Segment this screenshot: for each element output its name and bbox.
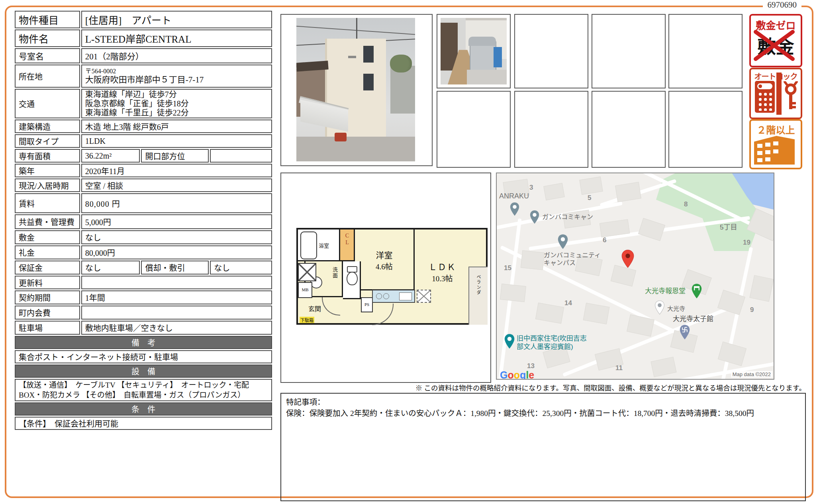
spec-value-built: 2020年11月 xyxy=(81,164,272,177)
building-window xyxy=(773,149,778,153)
fp-veranda-label: ベランダ xyxy=(475,275,482,295)
spec-label-parking: 駐車場 xyxy=(15,321,80,335)
map-building xyxy=(718,341,747,366)
door-arc xyxy=(322,297,340,316)
burner-icon xyxy=(376,293,382,299)
spec-label-layout: 間取タイプ xyxy=(15,134,80,148)
map-pin-temple-hall xyxy=(691,283,702,299)
property-flyer: 6970690 物件種目 [住居用] アパート 物件名 L-STEED岸部CEN… xyxy=(0,0,819,504)
map-building xyxy=(615,182,641,202)
conditions-header: 条 件 xyxy=(15,402,272,416)
photo-thumb-1 xyxy=(437,14,511,88)
map-building xyxy=(535,303,564,324)
fp-bath-label: 浴室 xyxy=(319,241,329,249)
map-label-gamba: ガンバコミキャン xyxy=(542,213,593,221)
building-window xyxy=(765,157,770,161)
spec-value-key-money: 80,000円 xyxy=(81,245,272,259)
special-notes-line: 保険：保険要加入 2年契約・住まいの安心パックＡ：1,980円・鍵交換代：25,… xyxy=(286,408,800,419)
photo-vent xyxy=(348,56,356,58)
intercom-camera-dot xyxy=(758,84,762,88)
spec-value-fee: 5,000円 xyxy=(81,214,272,229)
spec-value-opening xyxy=(210,149,272,163)
postal-code: 〒564-0002 xyxy=(85,68,268,75)
map-attribution: Map data ©2022 xyxy=(731,371,772,378)
map-pin-anraku xyxy=(509,202,520,216)
fp-shoebox-label: 下駄箱 xyxy=(300,317,314,323)
washer-space-icon xyxy=(298,263,316,281)
photo-greenery xyxy=(390,55,412,73)
badge-no-deposit: 敷金ゼロ 敷金 xyxy=(749,14,802,67)
intercom-keypad-dots xyxy=(758,92,773,111)
photo-thumb-3-empty xyxy=(592,14,666,88)
spec-value-guarantee: なし xyxy=(81,261,140,275)
fp-entrance: 玄関 下駄箱 xyxy=(298,297,343,325)
building-window xyxy=(765,150,770,154)
spec-label-chonaikai: 町内会費 xyxy=(15,306,80,320)
map-building xyxy=(500,284,526,302)
fp-closet-label: CL xyxy=(344,233,350,246)
spec-value-address: 〒564-0002 大阪府吹田市岸部中５丁目-7-17 xyxy=(81,65,272,88)
badge-second-floor: ２階以上 xyxy=(749,119,802,169)
disclaimer-text: ※ この資料は物件の概略紹介資料になります。写真、間取図面、設備、概要などが現況… xyxy=(415,382,806,392)
spec-value-rent: 80,000 円 xyxy=(81,193,272,213)
fp-entrance-label: 玄関 xyxy=(308,304,321,313)
intercom-speaker-slot xyxy=(757,83,772,89)
thumb-blue-bin xyxy=(494,47,502,67)
spec-label-name: 物件名 xyxy=(15,29,80,47)
thumb-storage-lid xyxy=(468,37,496,46)
spec-value-access: 東海道線「岸辺」徒歩7分 阪急京都線「正雀」徒歩18分 東海道線「千里丘」徒歩2… xyxy=(81,89,272,118)
google-letter: g xyxy=(520,369,526,380)
map-number-14: 14 xyxy=(564,299,572,307)
spec-label-status: 現況/入居時期 xyxy=(15,178,80,192)
fp-meter-box: MB xyxy=(298,282,312,298)
fp-ldk-size: 10.3帖 xyxy=(417,273,467,283)
building-window xyxy=(757,144,762,148)
main-photo-box xyxy=(280,14,433,166)
spec-label-opening: 開口部方位 xyxy=(141,149,209,163)
spec-value-deposit: なし xyxy=(81,230,272,244)
appliance-space-icon xyxy=(417,290,431,303)
spec-label-term: 契約期間 xyxy=(15,290,80,304)
map-building xyxy=(583,303,610,324)
access-line-1: 東海道線「岸辺」徒歩7分 xyxy=(85,90,268,99)
equipment-content: 【放送・通信】 ケーブルTV 【セキュリティ】 オートロック・宅配BOX・防犯カ… xyxy=(15,379,272,401)
fp-pipe-space: PS xyxy=(361,297,373,312)
spec-label-rent: 賃料 xyxy=(15,193,80,213)
building-window xyxy=(757,151,762,155)
toilet-bowl-icon xyxy=(347,272,358,285)
spec-label-address: 所在地 xyxy=(15,65,80,88)
intercom-icon xyxy=(755,81,775,113)
document-id: 6970690 xyxy=(763,0,802,10)
google-letter: e xyxy=(529,369,534,380)
google-logo: Google xyxy=(500,369,534,380)
map-pin-property xyxy=(621,249,635,269)
map-label-daikoji: 大光寺 xyxy=(667,305,685,312)
map-number-5: 5 xyxy=(588,194,591,202)
spec-value-renewal xyxy=(81,276,272,289)
spec-value-chonaikai xyxy=(81,306,272,320)
remarks-content: 集合ポスト・インターネット接続可・駐車場 xyxy=(15,350,272,363)
badge-autolock-title: オートロック xyxy=(751,71,801,81)
spec-label-renewal: 更新料 xyxy=(15,276,80,289)
access-line-3: 東海道線「千里丘」徒歩22分 xyxy=(85,108,268,118)
fp-veranda: ベランダ xyxy=(468,267,488,325)
map-pin-manji-temple xyxy=(679,324,690,341)
map-label-taishikan: 大光寺太子館 xyxy=(673,315,713,323)
photo-thumb-2-empty xyxy=(514,14,588,88)
map-label-gamba-campus: ガンバコミュニティ キャンパス xyxy=(544,251,601,267)
fp-closet: CL xyxy=(340,229,355,261)
conditions-content: 【条件】 保証会社利用可能 xyxy=(15,417,272,430)
spec-label-type: 物件種目 xyxy=(15,11,80,28)
map-building xyxy=(521,250,545,270)
spec-label-deposit: 敷金 xyxy=(15,230,80,244)
map-building xyxy=(543,183,565,200)
main-photo-building-exterior xyxy=(296,18,415,161)
building-window xyxy=(757,158,762,162)
spec-label-area: 専有面積 xyxy=(15,149,80,163)
remarks-header: 備 考 xyxy=(15,336,272,349)
spec-value-amortization: なし xyxy=(210,261,272,275)
map-label-museum: 旧中西家住宅(吹田吉志 部文人墨客迎賓館) xyxy=(517,334,587,351)
photo-thumb-7-empty xyxy=(592,91,666,168)
map-pin-gamba-campus xyxy=(557,234,568,250)
red-cross-icon xyxy=(752,29,796,62)
